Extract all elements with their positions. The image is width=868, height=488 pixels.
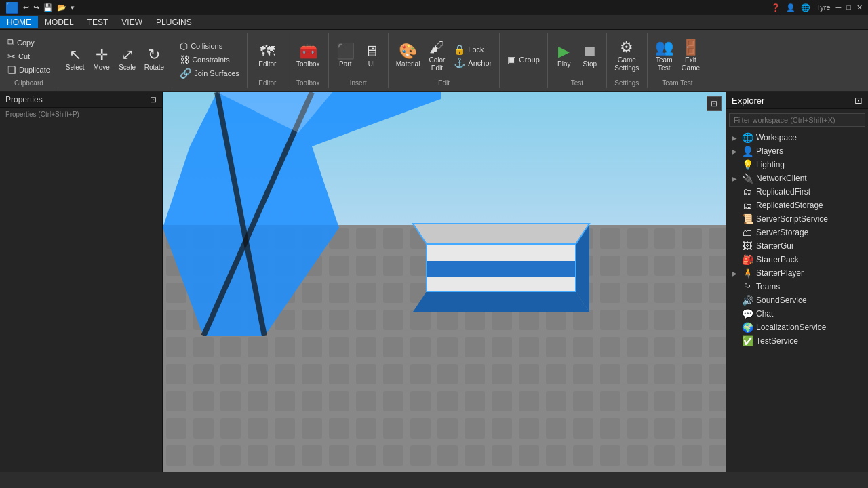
titlebar: 🟦 ↩ ↪ 💾 📂 ▾ ❓ 👤 🌐 Tyre ─ □ ✕ — [0, 0, 868, 15]
viewport[interactable]: ⊡ — [163, 92, 726, 472]
collisions-button[interactable]: ⬡ Collisions — [176, 39, 243, 53]
team-test-items: 👥 TeamTest 🚪 ExitGame — [652, 34, 703, 78]
cut-icon: ✂ — [7, 51, 16, 62]
menubar: HOME MODEL TEST VIEW PLUGINS — [0, 15, 868, 30]
explorer-item-chat[interactable]: ▶ 💬 Chat — [726, 307, 868, 321]
networkclient-expand-arrow: ▶ — [732, 175, 738, 182]
play-icon: ▶ — [558, 44, 570, 59]
select-button[interactable]: ↖ Select — [62, 45, 88, 74]
editor-items: 🗺 Editor — [255, 34, 279, 78]
players-icon: 👤 — [742, 146, 753, 157]
explorer-tree: ▶ 🌐 Workspace ▶ 👤 Players ▶ 💡 Lighting ▶… — [726, 131, 868, 472]
menu-plugins[interactable]: PLUGINS — [149, 16, 199, 28]
rotate-button[interactable]: ↻ Rotate — [141, 45, 167, 74]
clipboard-label: Clipboard — [14, 79, 43, 87]
cut-button[interactable]: ✂ Cut — [4, 49, 54, 63]
clipboard-col: ⧉ Copy ✂ Cut ❏ Duplicate — [4, 35, 54, 77]
toolbox-icon: 🧰 — [299, 44, 317, 59]
copy-button[interactable]: ⧉ Copy — [4, 35, 54, 49]
user-icon[interactable]: 👤 — [786, 3, 795, 12]
replicatedstorage-icon: 🗂 — [742, 200, 753, 211]
viewport-maximize-button[interactable]: ⊡ — [707, 96, 722, 111]
replicatedfirst-icon: 🗂 — [742, 186, 753, 197]
move-icon: ✛ — [96, 47, 108, 62]
save-icon[interactable]: 💾 — [43, 3, 53, 12]
explorer-item-startergui[interactable]: ▶ 🖼 StarterGui — [726, 239, 868, 253]
explorer-item-networkclient[interactable]: ▶ 🔌 NetworkClient — [726, 171, 868, 185]
select-move-items: ↖ Select ✛ Move ⤢ Scale ↻ Rotate — [62, 34, 167, 85]
explorer-item-replicatedstorage[interactable]: ▶ 🗂 ReplicatedStorage — [726, 199, 868, 212]
constraints-icon: ⛓ — [180, 54, 189, 65]
lock-icon: 🔒 — [454, 44, 465, 55]
menu-view[interactable]: VIEW — [115, 16, 149, 28]
game-settings-button[interactable]: ⚙ GameSettings — [611, 38, 642, 75]
explorer-item-starterplayer[interactable]: ▶ 🧍 StarterPlayer — [726, 266, 868, 280]
soundservice-icon: 🔊 — [742, 295, 753, 306]
join-surfaces-icon: 🔗 — [180, 68, 191, 79]
explorer-item-testservice[interactable]: ▶ ✅ TestService — [726, 334, 868, 348]
team-test-button[interactable]: 👥 TeamTest — [652, 38, 677, 75]
group-group: ▣ Group — [500, 33, 548, 88]
group-items: ▣ Group — [504, 34, 543, 85]
exit-game-button[interactable]: 🚪 ExitGame — [678, 38, 703, 75]
edit-label: Edit — [438, 79, 450, 87]
maximize-icon[interactable]: □ — [846, 3, 851, 12]
explorer-item-players[interactable]: ▶ 👤 Players — [726, 144, 868, 158]
toolbox-button[interactable]: 🧰 Toolbox — [293, 42, 323, 70]
localizationservice-icon: 🌍 — [742, 322, 753, 333]
color-button[interactable]: 🖌 Color Edit — [425, 38, 449, 75]
part-button[interactable]: ⬛ Part — [333, 42, 358, 70]
editor-button[interactable]: 🗺 Editor — [255, 42, 279, 70]
scale-button[interactable]: ⤢ Scale — [115, 45, 140, 74]
explorer-item-teams[interactable]: ▶ 🏳 Teams — [726, 280, 868, 293]
properties-hint: Properties (Ctrl+Shift+P) — [0, 108, 162, 121]
group-button[interactable]: ▣ Group — [504, 53, 543, 66]
ui-button[interactable]: 🖥 UI — [359, 42, 384, 70]
players-expand-arrow: ▶ — [732, 148, 738, 155]
explorer-item-serverscriptservice[interactable]: ▶ 📜 ServerScriptService — [726, 212, 868, 226]
starterplayer-icon: 🧍 — [742, 268, 753, 279]
properties-panel: Properties ⊡ Properties (Ctrl+Shift+P) — [0, 92, 163, 472]
duplicate-button[interactable]: ❏ Duplicate — [4, 63, 54, 77]
svg-marker-6 — [413, 224, 589, 244]
lock-button[interactable]: 🔒 Lock — [450, 43, 495, 56]
explorer-item-serverstorage[interactable]: ▶ 🗃 ServerStorage — [726, 226, 868, 239]
undo-icon[interactable]: ↩ — [23, 3, 29, 12]
stop-button[interactable]: ⏹ Stop — [578, 42, 602, 70]
explorer-item-starterpack[interactable]: ▶ 🎒 StarterPack — [726, 253, 868, 266]
explorer-item-soundservice[interactable]: ▶ 🔊 SoundService — [726, 293, 868, 307]
filter-input[interactable] — [729, 113, 865, 127]
open-icon[interactable]: 📂 — [57, 3, 66, 12]
testservice-icon: ✅ — [742, 336, 753, 346]
serverscriptservice-icon: 📜 — [742, 214, 753, 224]
material-button[interactable]: 🎨 Material — [393, 42, 424, 70]
move-button[interactable]: ✛ Move — [90, 45, 114, 74]
menu-home[interactable]: HOME — [0, 16, 38, 28]
explorer-item-lighting[interactable]: ▶ 💡 Lighting — [726, 158, 868, 171]
exit-game-icon: 🚪 — [682, 40, 700, 55]
minimize-icon[interactable]: ─ — [836, 3, 842, 12]
dropdown-icon[interactable]: ▾ — [71, 3, 75, 12]
lock-anchor-col: 🔒 Lock ⚓ Anchor — [450, 43, 495, 70]
join-surfaces-button[interactable]: 🔗 Join Surfaces — [176, 66, 243, 80]
network-icon: 🌐 — [801, 3, 810, 12]
explorer-item-replicatedfirst[interactable]: ▶ 🗂 ReplicatedFirst — [726, 185, 868, 199]
close-icon[interactable]: ✕ — [856, 3, 863, 12]
toolbox-group-label: Toolbox — [296, 79, 319, 87]
duplicate-icon: ❏ — [7, 64, 16, 75]
constraints-button[interactable]: ⛓ Constraints — [176, 53, 243, 66]
play-button[interactable]: ▶ Play — [552, 42, 576, 70]
explorer-dock-icon[interactable]: ⊡ — [854, 95, 863, 106]
toolbox-group: 🧰 Toolbox Toolbox — [288, 33, 329, 88]
explorer-item-localizationservice[interactable]: ▶ 🌍 LocalizationService — [726, 321, 868, 334]
menu-model[interactable]: MODEL — [38, 16, 81, 28]
workspace-expand-arrow: ▶ — [732, 134, 738, 142]
explorer-item-workspace[interactable]: ▶ 🌐 Workspace — [726, 131, 868, 144]
help-icon[interactable]: ❓ — [771, 3, 781, 12]
settings-label: Settings — [614, 79, 639, 87]
redo-icon[interactable]: ↪ — [33, 3, 39, 12]
collisions-group: ⬡ Collisions ⛓ Constraints 🔗 Join Surfac… — [172, 33, 248, 88]
properties-icon[interactable]: ⊡ — [150, 95, 157, 104]
anchor-button[interactable]: ⚓ Anchor — [450, 56, 495, 70]
menu-test[interactable]: TEST — [81, 16, 115, 28]
